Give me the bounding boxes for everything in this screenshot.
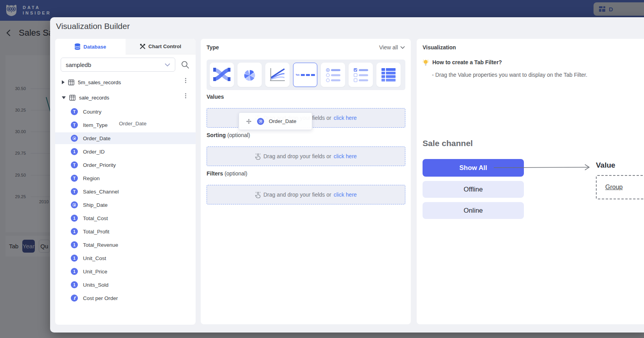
radio-filter-icon bbox=[325, 67, 341, 83]
number-type-icon: 1 bbox=[71, 268, 78, 275]
type-section-title: Type bbox=[207, 44, 219, 51]
expand-expanded-icon[interactable] bbox=[62, 96, 66, 99]
dragging-field-name: Order_Date bbox=[269, 118, 297, 124]
chart-type-sankey[interactable] bbox=[210, 63, 234, 87]
preview-online-button[interactable]: Online bbox=[423, 202, 524, 219]
tab-database[interactable]: Database bbox=[55, 39, 126, 54]
function-type-icon: f bbox=[71, 295, 78, 302]
chart-type-strip: Tab bbox=[207, 60, 405, 90]
chart-type-tab-filter[interactable]: Tab bbox=[293, 63, 317, 87]
annotation-arrow bbox=[493, 163, 592, 172]
values-section-title: Values bbox=[207, 94, 224, 100]
text-type-icon: T bbox=[71, 108, 78, 115]
dropzone-placeholder: Drag and drop your fields or bbox=[263, 153, 331, 159]
field-order-date[interactable]: Order_Date bbox=[55, 132, 196, 144]
table-menu-kebab-icon[interactable] bbox=[185, 95, 186, 96]
field-unit-price[interactable]: 1Unit_Price bbox=[55, 266, 196, 277]
filters-dropzone[interactable]: Drag and drop your fields or click here bbox=[207, 185, 405, 204]
date-type-icon bbox=[71, 135, 78, 142]
pie-chart-icon bbox=[241, 66, 258, 83]
dashboard-mode-button[interactable]: D bbox=[594, 2, 644, 16]
database-icon bbox=[74, 43, 81, 50]
builder-panel: Type View all bbox=[201, 39, 411, 324]
search-icon bbox=[181, 60, 189, 69]
move-icon bbox=[245, 118, 252, 125]
expand-collapsed-icon[interactable] bbox=[62, 80, 65, 84]
click-here-link[interactable]: click here bbox=[334, 192, 357, 198]
date-type-icon bbox=[71, 201, 78, 208]
checkbox-filter-icon bbox=[353, 67, 369, 83]
number-type-icon: 1 bbox=[71, 255, 78, 262]
view-all-dropdown[interactable]: View all bbox=[379, 44, 405, 51]
chart-type-pie[interactable] bbox=[237, 63, 262, 87]
date-type-icon bbox=[257, 118, 264, 125]
field-order-id[interactable]: 1Order_ID bbox=[55, 146, 196, 157]
sorting-dropzone[interactable]: Drag and drop your fields or click here bbox=[207, 146, 405, 166]
visualization-section-title: Visualization bbox=[423, 44, 456, 51]
table-icon bbox=[69, 95, 76, 101]
preview-offline-button[interactable]: Offline bbox=[423, 181, 524, 198]
visualization-panel: Visualization How to create a Tab Filter… bbox=[417, 39, 644, 324]
tip-body: - Drag the Value properties you want to … bbox=[432, 72, 587, 78]
text-type-icon: T bbox=[71, 121, 78, 128]
click-here-link[interactable]: click here bbox=[334, 115, 357, 121]
tree-table-sale-records[interactable]: sale_records bbox=[55, 92, 196, 103]
field-unit-cost[interactable]: 1Unit_Cost bbox=[55, 252, 196, 264]
field-list: TCountry TItem_Type Order_Date 1Order_ID… bbox=[55, 106, 196, 305]
owl-logo-icon bbox=[4, 3, 19, 18]
tab-filter-tip: How to create a Tab Filter? bbox=[423, 59, 502, 66]
tab-chart-control[interactable]: Chart Control bbox=[126, 39, 196, 54]
chart-type-checkbox-filter[interactable] bbox=[349, 63, 373, 87]
field-ship-date[interactable]: Ship_Date bbox=[55, 199, 196, 211]
dropzone-placeholder: Drag and drop your fields or bbox=[263, 192, 331, 198]
chart-type-list-table[interactable] bbox=[376, 63, 401, 87]
field-cost-per-order[interactable]: fCost per Order bbox=[55, 292, 196, 304]
database-select[interactable]: sampledb bbox=[61, 58, 175, 72]
chevron-down-icon bbox=[400, 46, 405, 49]
chart-type-line[interactable] bbox=[265, 63, 290, 87]
modal-title: Visualization Builder bbox=[56, 22, 130, 31]
preview-title: Sale channel bbox=[423, 139, 473, 148]
drag-hand-icon bbox=[255, 192, 261, 198]
field-total-revenue[interactable]: 1Total_Revenue bbox=[55, 239, 196, 251]
field-total-cost[interactable]: 1Total_Cost bbox=[55, 212, 196, 224]
drag-hand-icon bbox=[255, 153, 261, 160]
line-chart-icon bbox=[269, 67, 286, 82]
field-total-profit[interactable]: 1Total_Profit bbox=[55, 226, 196, 237]
database-panel: Database Chart Control sampledb bbox=[55, 39, 196, 325]
tab-filter-icon: Tab bbox=[295, 74, 315, 76]
app-logo[interactable]: DATA INSIDER bbox=[4, 3, 51, 18]
dashboard-icon bbox=[599, 5, 606, 13]
field-region[interactable]: TRegion bbox=[55, 172, 196, 184]
chart-type-radio-filter[interactable] bbox=[321, 63, 345, 87]
dashboard-button-label: D bbox=[609, 6, 613, 13]
number-type-icon: 1 bbox=[71, 148, 78, 155]
chevron-down-icon bbox=[165, 63, 170, 67]
field-order-priority[interactable]: TOrder_Priority bbox=[55, 159, 196, 171]
table-tree: 5m_sales_records sale_records bbox=[55, 77, 196, 107]
tab-database-label: Database bbox=[83, 44, 106, 50]
annotation-group-link[interactable]: Group bbox=[605, 184, 622, 191]
table-icon bbox=[68, 80, 74, 85]
dragging-field-card[interactable]: Order_Date bbox=[239, 112, 312, 130]
number-type-icon: 1 bbox=[71, 281, 78, 288]
field-units-sold[interactable]: 1Units_Sold bbox=[55, 279, 196, 291]
text-type-icon: T bbox=[71, 161, 78, 168]
visualization-builder-modal: Visualization Builder Database Chart C bbox=[50, 17, 644, 333]
tab-chart-control-label: Chart Control bbox=[148, 43, 181, 49]
list-table-icon bbox=[381, 67, 396, 83]
field-sales-channel[interactable]: TSales_Channel bbox=[55, 186, 196, 197]
number-type-icon: 1 bbox=[71, 228, 78, 235]
database-select-value: sampledb bbox=[66, 61, 91, 68]
filters-section-title: Filters (optional) bbox=[207, 170, 247, 177]
search-button[interactable] bbox=[181, 60, 189, 69]
field-country[interactable]: TCountry bbox=[55, 106, 196, 117]
annotation-group-box: Group bbox=[596, 175, 644, 199]
annotation-value-label: Value bbox=[596, 161, 615, 170]
tools-icon bbox=[140, 43, 146, 49]
click-here-link[interactable]: click here bbox=[334, 153, 357, 159]
table-menu-kebab-icon[interactable] bbox=[185, 80, 186, 81]
number-type-icon: 1 bbox=[71, 215, 78, 222]
tree-table-5m-sales-records[interactable]: 5m_sales_records bbox=[55, 77, 196, 88]
text-type-icon: T bbox=[71, 175, 78, 182]
